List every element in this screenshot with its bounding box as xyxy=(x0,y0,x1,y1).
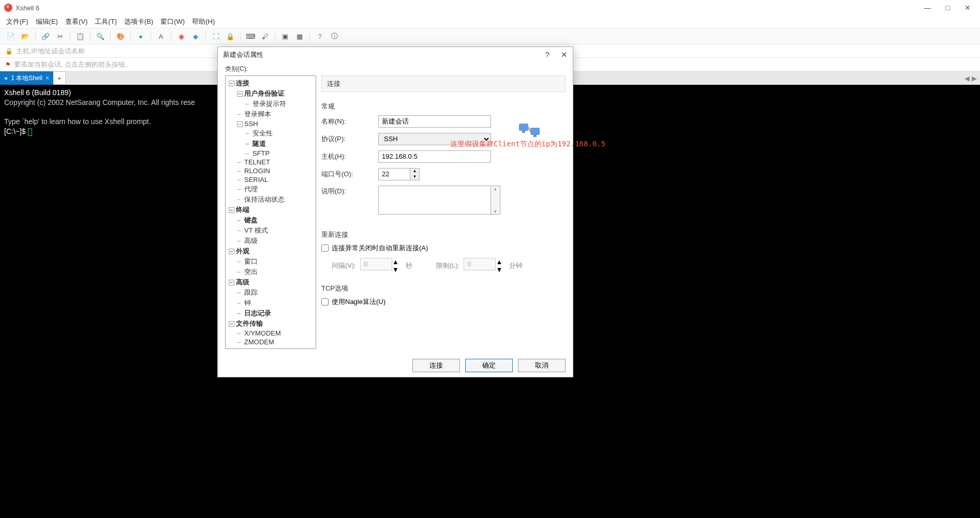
svg-rect-2 xyxy=(522,131,525,133)
dialog-close-button[interactable]: ✕ xyxy=(561,50,568,59)
connect-button[interactable]: 连接 xyxy=(412,359,460,372)
lock-icon[interactable]: 🔒 xyxy=(225,31,236,42)
tree-serial[interactable]: –SERIAL xyxy=(235,175,315,184)
reconnect-label: 重新连接 xyxy=(321,230,566,239)
window-controls: — □ ✕ xyxy=(924,4,976,12)
tree-keepalive[interactable]: –保持活动状态 xyxy=(235,194,315,205)
tree-vt-mode[interactable]: –VT 模式 xyxy=(235,225,315,236)
auto-reconnect-label: 连接异常关闭时自动重新连接(A) xyxy=(332,243,428,253)
dialog-help-button[interactable]: ? xyxy=(545,50,550,59)
description-label: 说明(D): xyxy=(321,186,378,196)
titlebar: Xshell 6 — □ ✕ xyxy=(0,0,980,16)
nagle-checkbox[interactable] xyxy=(321,298,329,306)
tree-ssh[interactable]: −SSH xyxy=(235,119,315,128)
tile-icon[interactable]: ▦ xyxy=(294,31,305,42)
nagle-label: 使用Nagle算法(U) xyxy=(332,297,385,307)
cancel-button[interactable]: 取消 xyxy=(518,359,566,372)
globe-icon[interactable]: ● xyxy=(135,31,146,42)
menu-tabs[interactable]: 选项卡(B) xyxy=(124,17,153,26)
port-up-icon[interactable]: ▲ xyxy=(410,169,419,174)
interval-down-icon: ▼ xyxy=(392,266,399,273)
help-icon[interactable]: ? xyxy=(314,31,325,42)
menu-tools[interactable]: 工具(T) xyxy=(95,17,117,26)
font-icon[interactable]: A xyxy=(155,31,167,42)
flag-icon: ⚑ xyxy=(5,61,11,68)
tree-window[interactable]: –窗口 xyxy=(235,256,315,267)
xshell-icon[interactable]: ◉ xyxy=(175,31,187,42)
fullscreen-icon[interactable]: ⛶ xyxy=(210,31,221,42)
menu-help[interactable]: 帮助(H) xyxy=(192,17,215,26)
tree-appearance[interactable]: −外观 xyxy=(227,246,315,256)
about-icon[interactable]: ⓘ xyxy=(329,31,340,42)
description-scrollbar[interactable]: ▴▾ xyxy=(491,186,500,215)
tab-next-icon[interactable]: ▶ xyxy=(972,74,977,82)
tree-terminal-advanced[interactable]: –高级 xyxy=(235,236,315,246)
pane-header: 连接 xyxy=(321,75,566,92)
hint-text: 要添加当前会话, 点击左侧的箭头按钮。 xyxy=(14,60,132,69)
xftp-icon[interactable]: ◆ xyxy=(190,31,201,42)
highlight-icon[interactable]: 🖊 xyxy=(259,31,271,42)
close-button[interactable]: ✕ xyxy=(964,4,971,12)
terminal-line: Type `help' to learn how to use Xshell p… xyxy=(4,117,151,126)
ok-button[interactable]: 确定 xyxy=(465,359,513,372)
new-session-dialog: 新建会话属性 ? ✕ 类别(C): −连接 −用户身份验证 –登录提示符 –登录… xyxy=(217,47,573,377)
svg-rect-1 xyxy=(530,128,540,135)
separator xyxy=(275,32,275,41)
port-input[interactable] xyxy=(378,168,410,180)
cascade-icon[interactable]: ▣ xyxy=(279,31,291,42)
svg-rect-3 xyxy=(533,135,537,137)
new-session-icon[interactable]: 📄 xyxy=(5,31,17,42)
keyboard-icon[interactable]: ⌨ xyxy=(245,31,256,42)
tree-login-prompt[interactable]: –登录提示符 xyxy=(243,99,315,109)
tree-sftp[interactable]: –SFTP xyxy=(243,149,315,158)
description-textarea[interactable] xyxy=(378,186,491,215)
tree-keyboard[interactable]: –键盘 xyxy=(235,215,315,225)
tree-telnet[interactable]: –TELNET xyxy=(235,158,315,166)
open-icon[interactable]: 📂 xyxy=(20,31,31,42)
host-input[interactable] xyxy=(378,150,491,163)
tree-tunnel[interactable]: –隧道 xyxy=(243,139,315,149)
separator xyxy=(70,32,70,41)
menu-file[interactable]: 文件(F) xyxy=(6,17,28,26)
category-tree[interactable]: −连接 −用户身份验证 –登录提示符 –登录脚本 −SSH –安全性 –隧道 –… xyxy=(225,75,316,349)
tree-user-auth[interactable]: −用户身份验证 xyxy=(235,88,315,99)
menu-view[interactable]: 查看(V) xyxy=(65,17,87,26)
add-tab-button[interactable]: + xyxy=(53,71,66,85)
auto-reconnect-checkbox[interactable] xyxy=(321,245,329,252)
tree-file-transfer[interactable]: −文件传输 xyxy=(227,318,315,329)
tree-proxy[interactable]: –代理 xyxy=(235,184,315,194)
dialog-title: 新建会话属性 xyxy=(223,50,263,59)
search-icon[interactable]: 🔍 xyxy=(95,31,106,42)
tree-advanced[interactable]: −高级 xyxy=(227,277,315,287)
copy-icon[interactable]: 📋 xyxy=(75,31,86,42)
reconnect-icon[interactable]: 🔗 xyxy=(40,31,51,42)
tree-connection[interactable]: −连接 xyxy=(227,78,315,88)
tab-label: 1 本地Shell xyxy=(11,74,42,83)
tree-bell[interactable]: –钟 xyxy=(235,298,315,308)
tree-security[interactable]: –安全性 xyxy=(243,128,315,139)
port-down-icon[interactable]: ▼ xyxy=(410,174,419,180)
menu-window[interactable]: 窗口(W) xyxy=(160,17,185,26)
settings-pane: 连接 常规 名称(N): 协议(P): SSH 主机(H) xyxy=(321,75,566,349)
maximize-button[interactable]: □ xyxy=(946,4,950,12)
menu-edit[interactable]: 编辑(E) xyxy=(36,17,58,26)
dialog-titlebar[interactable]: 新建会话属性 ? ✕ xyxy=(218,47,573,63)
separator xyxy=(309,32,310,41)
name-input[interactable] xyxy=(378,115,491,128)
tab-close-icon[interactable]: × xyxy=(46,74,49,82)
minimize-button[interactable]: — xyxy=(924,4,931,12)
tab-prev-icon[interactable]: ◀ xyxy=(964,74,970,82)
color-icon[interactable]: 🎨 xyxy=(115,31,126,42)
tree-login-script[interactable]: –登录脚本 xyxy=(235,109,315,119)
tree-logging[interactable]: –日志记录 xyxy=(235,308,315,318)
disconnect-icon[interactable]: ✂ xyxy=(54,31,66,42)
app-title: Xshell 6 xyxy=(16,4,39,12)
tree-highlight[interactable]: –突出 xyxy=(235,267,315,277)
tree-zmodem[interactable]: –ZMODEM xyxy=(235,338,315,346)
tree-xymodem[interactable]: –X/YMODEM xyxy=(235,329,315,338)
tree-terminal[interactable]: −终端 xyxy=(227,205,315,215)
tree-rlogin[interactable]: –RLOGIN xyxy=(235,166,315,175)
tree-trace[interactable]: –跟踪 xyxy=(235,287,315,298)
annotation-text: 这里假设集群Client节点的ip为192.168.0.5 xyxy=(450,140,605,149)
tab-local-shell[interactable]: ● 1 本地Shell × xyxy=(0,71,53,85)
